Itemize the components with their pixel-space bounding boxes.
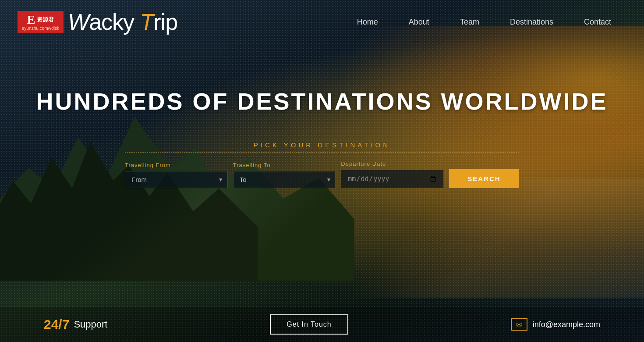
footer-bar: 24/7 Support Get In Touch info@example.c… bbox=[0, 307, 644, 342]
search-row: Travelling From From New York London Par… bbox=[125, 160, 519, 188]
nav-home[interactable]: Home bbox=[342, 13, 393, 31]
brand-rip: rip bbox=[153, 9, 177, 35]
from-field: Travelling From From New York London Par… bbox=[125, 162, 228, 188]
logo-badge: E 资源君 eyunzhu.com/vdisk bbox=[18, 11, 64, 33]
support-label: Support bbox=[74, 319, 107, 330]
support-247-text: 24/7 bbox=[44, 317, 69, 332]
brand-name: Wacky Trip bbox=[68, 9, 177, 35]
to-label: Travelling To bbox=[233, 162, 336, 168]
contact-email-section: info@example.com bbox=[511, 318, 600, 331]
hero-section: HUNDREDS OF DESTINATIONS WORLDWIDE PICK … bbox=[0, 44, 644, 307]
search-button[interactable]: SEARCH bbox=[449, 169, 519, 188]
logo-badge-top: E 资源君 bbox=[27, 14, 54, 26]
logo-sub-text: eyunzhu.com/vdisk bbox=[22, 26, 59, 31]
email-icon bbox=[511, 318, 527, 331]
nav-team[interactable]: Team bbox=[445, 13, 495, 31]
from-select[interactable]: From New York London Paris Tokyo Sydney bbox=[125, 171, 228, 188]
navbar: E 资源君 eyunzhu.com/vdisk Wacky Trip Home … bbox=[0, 0, 644, 44]
nav-contact[interactable]: Contact bbox=[569, 13, 626, 31]
pick-destination-label: PICK YOUR DESTINATION bbox=[254, 141, 390, 149]
nav-destinations[interactable]: Destinations bbox=[495, 13, 569, 31]
brand-t-letter: T bbox=[140, 9, 154, 35]
nav-links: Home About Team Destinations Contact bbox=[342, 13, 626, 31]
logo-e-letter: E bbox=[27, 14, 35, 26]
to-select[interactable]: To New York London Paris Tokyo Sydney bbox=[233, 171, 336, 188]
date-field: Departure Date bbox=[341, 160, 444, 188]
get-in-touch-button[interactable]: Get In Touch bbox=[270, 314, 348, 335]
email-address: info@example.com bbox=[533, 320, 600, 329]
logo-area: E 资源君 eyunzhu.com/vdisk Wacky Trip bbox=[18, 9, 177, 35]
nav-about[interactable]: About bbox=[393, 13, 445, 31]
dotted-divider bbox=[125, 152, 519, 153]
hero-title: HUNDREDS OF DESTINATIONS WORLDWIDE bbox=[36, 88, 608, 115]
page-content: E 资源君 eyunzhu.com/vdisk Wacky Trip Home … bbox=[0, 0, 644, 342]
brand-acky: acky bbox=[89, 9, 140, 35]
to-field: Travelling To To New York London Paris T… bbox=[233, 162, 336, 188]
search-container: PICK YOUR DESTINATION Travelling From Fr… bbox=[125, 141, 519, 188]
logo-chinese-text: 资源君 bbox=[37, 16, 54, 24]
date-input[interactable] bbox=[341, 170, 444, 188]
from-label: Travelling From bbox=[125, 162, 228, 168]
brand-w-letter: W bbox=[68, 9, 89, 35]
date-label: Departure Date bbox=[341, 160, 444, 167]
support-section: 24/7 Support bbox=[44, 317, 107, 332]
